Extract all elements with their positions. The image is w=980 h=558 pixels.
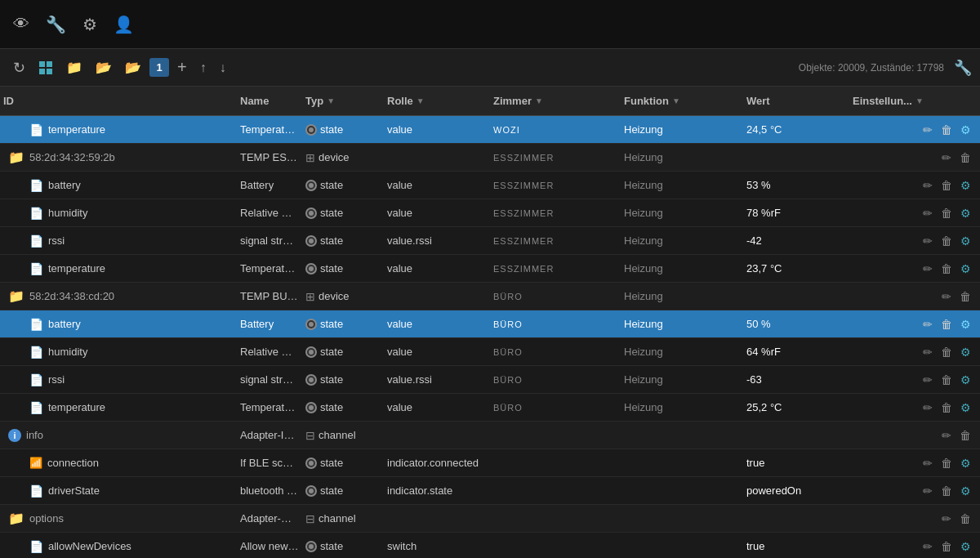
table-row[interactable]: 📶connectionIf BLE scan is...stateindicat… [0, 449, 980, 477]
typ-text: state [320, 484, 343, 497]
settings-button[interactable]: ⚙ [958, 372, 973, 388]
edit-button[interactable]: ✏ [920, 344, 935, 360]
table-row[interactable]: 📄allowNewDevicesAllow new de...stateswit… [0, 533, 980, 558]
col-header-typ[interactable]: Typ ▼ [302, 95, 384, 107]
cell-actions: ✏🗑⚙ [849, 233, 980, 249]
delete-button[interactable]: 🗑 [938, 455, 955, 471]
delete-button[interactable]: 🗑 [957, 150, 973, 166]
table-row[interactable]: 📄driverStatebluetooth driv...stateindica… [0, 477, 980, 505]
table-row[interactable]: 📄temperatureTemperaturestatevalueWOZIHei… [0, 116, 980, 144]
settings-button[interactable]: ⚙ [958, 316, 973, 333]
folder-icon: 📁 [8, 511, 24, 526]
cell-typ: ⊟channel [302, 429, 384, 442]
table-row[interactable]: 📄temperatureTemperaturestatevalueESSZIMM… [0, 255, 980, 283]
download-button[interactable]: ↓ [215, 57, 231, 78]
settings-button[interactable]: ⚙ [958, 261, 973, 277]
edit-button[interactable]: ✏ [920, 205, 935, 221]
cell-id: 📄battery [0, 318, 237, 331]
col-header-zimmer[interactable]: Zimmer ▼ [490, 95, 621, 107]
col-header-name[interactable]: Name [237, 95, 302, 107]
cell-actions: ✏🗑⚙ [849, 205, 980, 221]
cell-id: 📄temperature [0, 123, 237, 136]
cell-rolle: value [384, 401, 490, 413]
col-funktion-label: Funktion [624, 95, 669, 107]
delete-button[interactable]: 🗑 [938, 233, 955, 249]
table-row[interactable]: 📄batteryBatterystatevalueESSZIMMERHeizun… [0, 172, 980, 199]
toolbar-wrench-icon[interactable]: 🔧 [954, 59, 972, 77]
folder-button[interactable]: 📁 [61, 56, 87, 78]
table-row[interactable]: 📄temperatureTemperaturestatevalueBÜROHei… [0, 394, 980, 422]
user-icon[interactable]: 👤 [114, 15, 134, 34]
edit-button[interactable]: ✏ [939, 427, 954, 444]
edit-button[interactable]: ✏ [920, 177, 935, 194]
settings-button[interactable]: ⚙ [958, 483, 973, 499]
cell-name: Allow new de... [237, 540, 302, 552]
edit-button[interactable]: ✏ [939, 511, 954, 527]
delete-button[interactable]: 🗑 [957, 288, 973, 305]
delete-button[interactable]: 🗑 [938, 177, 955, 194]
folder-open-button[interactable]: 📂 [91, 56, 117, 78]
edit-button[interactable]: ✏ [920, 538, 935, 555]
delete-button[interactable]: 🗑 [938, 316, 955, 333]
settings-button[interactable]: ⚙ [958, 233, 973, 249]
row-id-text: allowNewDevices [48, 540, 131, 552]
add-button[interactable]: + [172, 55, 192, 80]
edit-button[interactable]: ✏ [920, 400, 935, 416]
table-row[interactable]: 📁58:2d:34:38:cd:20TEMP BUERO⊞deviceBÜROH… [0, 283, 980, 310]
delete-button[interactable]: 🗑 [957, 427, 973, 444]
file-icon: 📄 [29, 373, 43, 386]
settings-icon[interactable]: ⚙ [82, 15, 97, 34]
cell-wert: -63 [743, 373, 849, 386]
delete-button[interactable]: 🗑 [938, 122, 955, 138]
delete-button[interactable]: 🗑 [938, 205, 955, 221]
edit-button[interactable]: ✏ [920, 233, 935, 249]
folder-blue-button[interactable]: 📂 [120, 56, 146, 78]
col-header-funktion[interactable]: Funktion ▼ [621, 95, 743, 107]
upload-button[interactable]: ↑ [195, 57, 212, 78]
col-header-rolle[interactable]: Rolle ▼ [384, 95, 490, 107]
delete-button[interactable]: 🗑 [938, 261, 955, 277]
delete-button[interactable]: 🗑 [938, 372, 955, 388]
col-header-einst[interactable]: Einstellun... ▼ [849, 95, 980, 107]
settings-button[interactable]: ⚙ [958, 122, 973, 138]
settings-button[interactable]: ⚙ [958, 177, 973, 194]
edit-button[interactable]: ✏ [939, 288, 954, 305]
grid-view-button[interactable] [33, 57, 58, 78]
refresh-button[interactable]: ↻ [8, 56, 30, 80]
cell-typ: state [302, 207, 384, 219]
table-row[interactable]: 📁58:2d:34:32:59:2bTEMP ESSZIM...⊞deviceE… [0, 144, 980, 172]
delete-button[interactable]: 🗑 [938, 538, 955, 555]
number-badge-button[interactable]: 1 [149, 58, 169, 77]
edit-button[interactable]: ✏ [920, 316, 935, 333]
settings-button[interactable]: ⚙ [958, 538, 973, 555]
edit-button[interactable]: ✏ [920, 122, 935, 138]
cell-actions: ✏🗑⚙ [849, 316, 980, 333]
eye-icon[interactable]: 👁 [13, 15, 29, 33]
table-row[interactable]: 📄humidityRelative Humi...statevalueESSZI… [0, 199, 980, 227]
settings-button[interactable]: ⚙ [958, 344, 973, 360]
settings-button[interactable]: ⚙ [958, 400, 973, 416]
typ-text: device [318, 151, 350, 163]
cell-actions: ✏🗑⚙ [849, 372, 980, 388]
table-row[interactable]: 📁optionsAdapter-Optio...⊟channel✏🗑 [0, 505, 980, 533]
cell-wert: 64 %rF [743, 346, 849, 358]
delete-button[interactable]: 🗑 [938, 400, 955, 416]
settings-button[interactable]: ⚙ [958, 205, 973, 221]
edit-button[interactable]: ✏ [920, 261, 935, 277]
wrench-icon[interactable]: 🔧 [46, 15, 66, 34]
cell-rolle: value [384, 346, 490, 358]
edit-button[interactable]: ✏ [920, 372, 935, 388]
table-row[interactable]: iinfoAdapter-Infor...⊟channel✏🗑 [0, 422, 980, 449]
edit-button[interactable]: ✏ [920, 455, 935, 471]
settings-button[interactable]: ⚙ [958, 455, 973, 471]
edit-button[interactable]: ✏ [920, 483, 935, 499]
cell-name: Adapter-Infor... [237, 429, 302, 441]
table-row[interactable]: 📄rssisignal strengt...statevalue.rssiBÜR… [0, 366, 980, 394]
table-row[interactable]: 📄rssisignal strengt...statevalue.rssiESS… [0, 227, 980, 255]
table-row[interactable]: 📄batteryBatterystatevalueBÜROHeizung50 %… [0, 310, 980, 338]
delete-button[interactable]: 🗑 [938, 344, 955, 360]
edit-button[interactable]: ✏ [939, 150, 954, 166]
delete-button[interactable]: 🗑 [938, 483, 955, 499]
delete-button[interactable]: 🗑 [957, 511, 973, 527]
table-row[interactable]: 📄humidityRelative Humi...statevalueBÜROH… [0, 338, 980, 366]
